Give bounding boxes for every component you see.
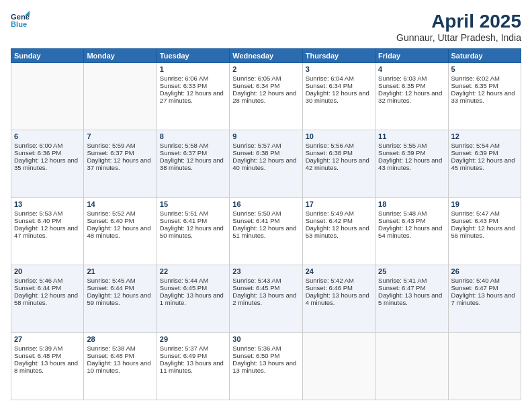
daylight-text: Daylight: 12 hours and 37 minutes. [87, 156, 153, 171]
day-number: 10 [306, 132, 372, 140]
day-number: 30 [232, 335, 299, 343]
sunrise-text: Sunrise: 5:49 AM [306, 210, 372, 217]
sunset-text: Sunset: 6:39 PM [451, 149, 518, 156]
sunset-text: Sunset: 6:34 PM [306, 82, 372, 89]
sunrise-text: Sunrise: 5:59 AM [87, 142, 153, 149]
sunset-text: Sunset: 6:48 PM [14, 352, 81, 359]
logo: General Blue [11, 11, 30, 30]
sunset-text: Sunset: 6:46 PM [306, 284, 372, 291]
sunset-text: Sunset: 6:35 PM [378, 82, 445, 89]
sunrise-text: Sunrise: 5:50 AM [232, 210, 299, 217]
sunrise-text: Sunrise: 5:44 AM [160, 277, 226, 284]
table-row: 12Sunrise: 5:54 AMSunset: 6:39 PMDayligh… [448, 130, 521, 197]
sunrise-text: Sunrise: 6:06 AM [160, 75, 226, 82]
day-number: 18 [378, 200, 445, 208]
day-number: 16 [232, 200, 299, 208]
daylight-text: Daylight: 13 hours and 10 minutes. [87, 359, 153, 374]
table-row [11, 63, 84, 130]
daylight-text: Daylight: 13 hours and 8 minutes. [14, 359, 81, 374]
day-number: 1 [160, 65, 226, 73]
daylight-text: Daylight: 12 hours and 54 minutes. [378, 224, 445, 239]
sunset-text: Sunset: 6:35 PM [451, 82, 518, 89]
sunrise-text: Sunrise: 5:41 AM [378, 277, 445, 284]
table-row: 3Sunrise: 6:04 AMSunset: 6:34 PMDaylight… [302, 63, 375, 130]
weekday-header-row: Sunday Monday Tuesday Wednesday Thursday… [11, 49, 521, 63]
header-sunday: Sunday [11, 49, 84, 63]
header-wednesday: Wednesday [230, 49, 302, 63]
day-number: 21 [87, 267, 153, 275]
day-number: 9 [232, 132, 299, 140]
sunset-text: Sunset: 6:49 PM [160, 352, 226, 359]
table-row [302, 332, 375, 400]
day-number: 23 [232, 267, 299, 275]
table-row: 14Sunrise: 5:52 AMSunset: 6:40 PMDayligh… [84, 197, 157, 265]
table-row: 26Sunrise: 5:40 AMSunset: 6:47 PMDayligh… [448, 265, 521, 332]
sunset-text: Sunset: 6:43 PM [451, 217, 518, 224]
daylight-text: Daylight: 12 hours and 32 minutes. [378, 89, 445, 104]
calendar-week-row: 1Sunrise: 6:06 AMSunset: 6:33 PMDaylight… [11, 63, 521, 130]
sunrise-text: Sunrise: 5:43 AM [232, 277, 299, 284]
sunrise-text: Sunrise: 6:02 AM [451, 75, 518, 82]
table-row: 8Sunrise: 5:58 AMSunset: 6:37 PMDaylight… [157, 130, 229, 197]
svg-text:Blue: Blue [11, 20, 27, 28]
sunrise-text: Sunrise: 5:36 AM [232, 345, 299, 352]
daylight-text: Daylight: 12 hours and 33 minutes. [451, 89, 518, 104]
sunset-text: Sunset: 6:41 PM [232, 217, 299, 224]
day-number: 8 [160, 132, 226, 140]
logo-icon: General Blue [11, 11, 30, 30]
table-row [84, 63, 157, 130]
sunset-text: Sunset: 6:47 PM [451, 284, 518, 291]
sunset-text: Sunset: 6:45 PM [160, 284, 226, 291]
sunrise-text: Sunrise: 5:51 AM [160, 210, 226, 217]
sunset-text: Sunset: 6:38 PM [232, 149, 299, 156]
table-row: 17Sunrise: 5:49 AMSunset: 6:42 PMDayligh… [302, 197, 375, 265]
sunrise-text: Sunrise: 5:47 AM [451, 210, 518, 217]
table-row: 9Sunrise: 5:57 AMSunset: 6:38 PMDaylight… [230, 130, 302, 197]
table-row: 10Sunrise: 5:56 AMSunset: 6:38 PMDayligh… [302, 130, 375, 197]
table-row: 21Sunrise: 5:45 AMSunset: 6:44 PMDayligh… [84, 265, 157, 332]
header: General Blue April 2025 Gunnaur, Uttar P… [11, 11, 521, 43]
daylight-text: Daylight: 12 hours and 50 minutes. [160, 224, 226, 239]
page: General Blue April 2025 Gunnaur, Uttar P… [0, 0, 532, 411]
sunset-text: Sunset: 6:37 PM [160, 149, 226, 156]
day-number: 7 [87, 132, 153, 140]
daylight-text: Daylight: 12 hours and 53 minutes. [306, 224, 372, 239]
sunset-text: Sunset: 6:43 PM [378, 217, 445, 224]
day-number: 28 [87, 335, 153, 343]
sunrise-text: Sunrise: 5:52 AM [87, 210, 153, 217]
sunset-text: Sunset: 6:45 PM [232, 284, 299, 291]
day-number: 26 [451, 267, 518, 275]
sunrise-text: Sunrise: 5:54 AM [451, 142, 518, 149]
sunrise-text: Sunrise: 5:56 AM [306, 142, 372, 149]
table-row: 16Sunrise: 5:50 AMSunset: 6:41 PMDayligh… [230, 197, 302, 265]
header-friday: Friday [375, 49, 448, 63]
sunrise-text: Sunrise: 6:05 AM [232, 75, 299, 82]
daylight-text: Daylight: 13 hours and 11 minutes. [160, 359, 226, 374]
sunrise-text: Sunrise: 5:42 AM [306, 277, 372, 284]
sunset-text: Sunset: 6:41 PM [160, 217, 226, 224]
daylight-text: Daylight: 12 hours and 38 minutes. [160, 156, 226, 171]
daylight-text: Daylight: 13 hours and 7 minutes. [451, 291, 518, 306]
table-row: 22Sunrise: 5:44 AMSunset: 6:45 PMDayligh… [157, 265, 229, 332]
day-number: 25 [378, 267, 445, 275]
table-row: 23Sunrise: 5:43 AMSunset: 6:45 PMDayligh… [230, 265, 302, 332]
table-row: 15Sunrise: 5:51 AMSunset: 6:41 PMDayligh… [157, 197, 229, 265]
daylight-text: Daylight: 12 hours and 56 minutes. [451, 224, 518, 239]
title-block: April 2025 Gunnaur, Uttar Pradesh, India [396, 11, 521, 43]
day-number: 14 [87, 200, 153, 208]
table-row [448, 332, 521, 400]
daylight-text: Daylight: 12 hours and 27 minutes. [160, 89, 226, 104]
day-number: 15 [160, 200, 226, 208]
day-number: 27 [14, 335, 81, 343]
sunset-text: Sunset: 6:44 PM [87, 284, 153, 291]
day-number: 3 [306, 65, 372, 73]
header-monday: Monday [84, 49, 157, 63]
sunset-text: Sunset: 6:48 PM [87, 352, 153, 359]
day-number: 5 [451, 65, 518, 73]
table-row: 6Sunrise: 6:00 AMSunset: 6:36 PMDaylight… [11, 130, 84, 197]
sunset-text: Sunset: 6:33 PM [160, 82, 226, 89]
sunset-text: Sunset: 6:37 PM [87, 149, 153, 156]
daylight-text: Daylight: 12 hours and 59 minutes. [87, 291, 153, 306]
calendar-week-row: 20Sunrise: 5:46 AMSunset: 6:44 PMDayligh… [11, 265, 521, 332]
table-row: 11Sunrise: 5:55 AMSunset: 6:39 PMDayligh… [375, 130, 448, 197]
